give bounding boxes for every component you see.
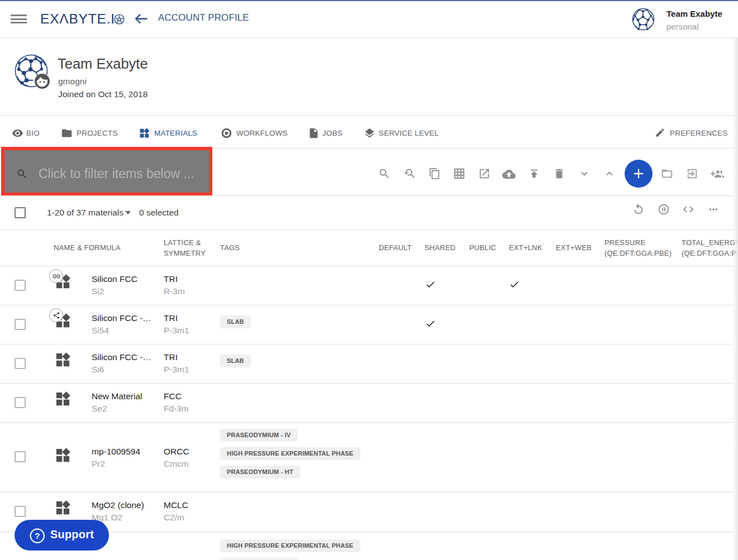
svg-text:?: ? <box>35 531 40 540</box>
